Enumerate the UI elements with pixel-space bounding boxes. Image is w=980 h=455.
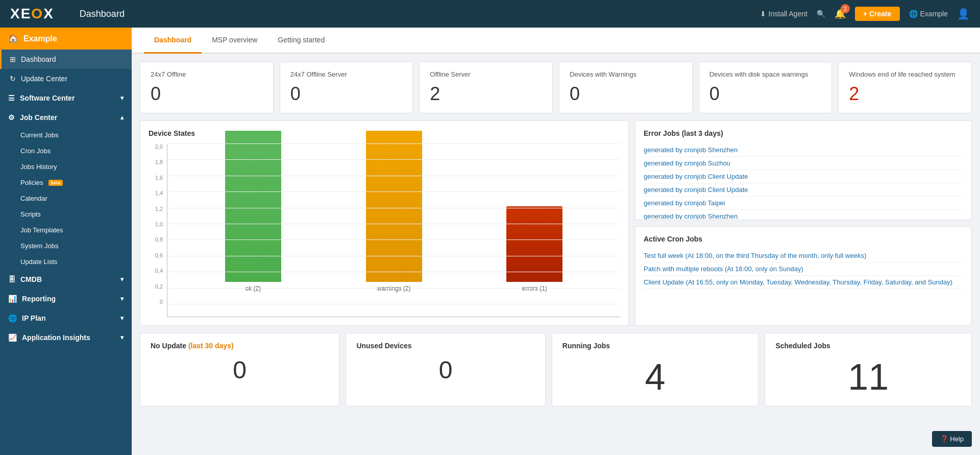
cron-item-1[interactable]: Test full week (At 18:00, on the third T…: [644, 249, 963, 262]
chart-area: 2,0 1,8 1,6 1,4 1,2 1,0 0,8 0,6 0,4 0,2 …: [149, 143, 620, 317]
active-cron-panel: Active Cron Jobs Test full week (At 18:0…: [635, 226, 972, 326]
stat-label-24x7-offline: 24x7 Offline: [151, 70, 263, 78]
bottom-left-cards: No Update (last 30 days) 0 Unused Device…: [140, 333, 546, 406]
unused-devices-label: Unused Devices: [356, 342, 534, 350]
sidebar-item-calendar[interactable]: Calendar: [0, 190, 132, 206]
download-icon: ⬇: [760, 10, 766, 18]
unused-devices-value: 0: [356, 356, 534, 384]
search-button[interactable]: 🔍: [817, 10, 825, 18]
tabs-bar: Dashboard MSP overview Getting started: [132, 28, 980, 54]
notification-count: 2: [841, 4, 850, 13]
cron-item-3[interactable]: Client Update (At 16:55, only on Monday,…: [644, 276, 963, 289]
no-update-card: No Update (last 30 days) 0: [140, 333, 339, 406]
stat-value-24x7-offline: 0: [151, 83, 263, 105]
right-panels: Error Jobs (last 3 days) generated by cr…: [635, 121, 972, 326]
beta-badge: beta: [48, 180, 63, 186]
unused-devices-card: Unused Devices 0: [346, 333, 545, 406]
sidebar-user[interactable]: 🏠 Example: [0, 28, 132, 50]
active-cron-title: Active Cron Jobs: [644, 235, 963, 243]
bar-col-errors: errors (1): [464, 206, 605, 292]
sidebar-item-scripts[interactable]: Scripts: [0, 206, 132, 222]
ip-icon: 🌐: [8, 314, 17, 322]
cron-item-2[interactable]: Patch with multiple reboots (At 16:00, o…: [644, 262, 963, 276]
page-title: Dashboard: [80, 9, 750, 19]
error-jobs-title: Error Jobs (last 3 days): [644, 129, 963, 137]
chevron-down-icon: ▾: [120, 94, 124, 102]
stat-label-devices-warnings: Devices with Warnings: [570, 70, 682, 78]
sidebar-item-job-templates[interactable]: Job Templates: [0, 222, 132, 238]
search-icon: 🔍: [817, 10, 825, 18]
bar-warnings: [366, 131, 422, 282]
refresh-icon: ↻: [10, 75, 16, 83]
error-job-item-3[interactable]: generated by cronjob Client Update: [644, 170, 963, 183]
tab-dashboard[interactable]: Dashboard: [144, 28, 202, 54]
error-job-item-4[interactable]: generated by cronjob Client Update: [644, 183, 963, 197]
chart-body: ok (2) warnings (2) erro: [167, 143, 620, 317]
cmdb-icon: 🗄: [8, 275, 15, 283]
bar-label-warnings: warnings (2): [377, 285, 410, 292]
y-axis: 2,0 1,8 1,6 1,4 1,2 1,0 0,8 0,6 0,4 0,2 …: [149, 143, 167, 317]
help-button[interactable]: ❓ Help: [932, 431, 972, 447]
insights-icon: 📈: [8, 333, 17, 342]
tab-msp[interactable]: MSP overview: [202, 28, 267, 54]
stat-label-24x7-server: 24x7 Offline Server: [290, 70, 403, 78]
error-jobs-panel: Error Jobs (last 3 days) generated by cr…: [635, 121, 972, 220]
cron-jobs-list: Test full week (At 18:00, on the third T…: [644, 249, 963, 289]
bars-container: ok (2) warnings (2) erro: [167, 143, 620, 292]
home-icon: 🏠: [8, 34, 18, 43]
sidebar-item-current-jobs[interactable]: Current Jobs: [0, 127, 132, 143]
sidebar-item-policies[interactable]: Policies beta: [0, 175, 132, 190]
sidebar-item-job-center[interactable]: ⚙ Job Center ▴: [0, 108, 132, 127]
stat-value-eol: 2: [849, 83, 961, 105]
bar-ok: [225, 131, 281, 282]
stat-offline-server: Offline Server 2: [419, 62, 553, 113]
error-jobs-list: generated by cronjob Shenzhen generated …: [644, 143, 963, 220]
user-avatar-button[interactable]: 👤: [957, 8, 970, 20]
stat-24x7-offline-server: 24x7 Offline Server 0: [280, 62, 413, 113]
create-button[interactable]: + Create: [855, 7, 900, 21]
bar-label-ok: ok (2): [245, 285, 261, 292]
sidebar-item-cmdb[interactable]: 🗄 CMDB ▾: [0, 270, 132, 289]
sidebar-item-update-lists[interactable]: Update Lists: [0, 254, 132, 270]
scheduled-jobs-value: 11: [775, 356, 961, 398]
error-job-item-5[interactable]: generated by cronjob Taipei: [644, 197, 963, 210]
tab-getting-started[interactable]: Getting started: [267, 28, 335, 54]
error-job-item-1[interactable]: generated by cronjob Shenzhen: [644, 143, 963, 157]
sidebar-item-app-insights[interactable]: 📈 Application Insights ▾: [0, 328, 132, 347]
device-states-panel: Device States 2,0 1,8 1,6 1,4 1,2 1,0 0,…: [140, 121, 629, 326]
bar-col-warnings: warnings (2): [324, 131, 464, 292]
globe-icon-btn[interactable]: 🌐 Example: [909, 10, 948, 18]
scheduled-jobs-label: Scheduled Jobs: [775, 342, 961, 350]
no-update-label: No Update (last 30 days): [151, 342, 329, 350]
notification-bell[interactable]: 🔔 2: [835, 8, 846, 19]
running-jobs-card: Running Jobs 4: [552, 333, 759, 406]
sidebar-item-cron-jobs[interactable]: Cron Jobs: [0, 143, 132, 159]
main-layout: 🏠 Example ⊞ Dashboard ↻ Update Center ☰ …: [0, 28, 980, 455]
stat-value-24x7-server: 0: [290, 83, 403, 105]
chevron-down-icon5: ▾: [120, 334, 124, 341]
sidebar-item-dashboard[interactable]: ⊞ Dashboard: [0, 50, 132, 69]
install-agent-button[interactable]: ⬇ Install Agent: [760, 10, 807, 18]
running-jobs-label: Running Jobs: [562, 342, 748, 350]
top-nav: XEOX Dashboard ⬇ Install Agent 🔍 🔔 2 + C…: [0, 0, 980, 28]
sidebar-item-system-jobs[interactable]: System Jobs: [0, 238, 132, 254]
stat-value-devices-warnings: 0: [570, 83, 682, 105]
nav-actions: ⬇ Install Agent 🔍 🔔 2 + Create 🌐 Example…: [760, 7, 970, 21]
sidebar-item-ip-plan[interactable]: 🌐 IP Plan ▾: [0, 308, 132, 328]
dashboard-content: 24x7 Offline 0 24x7 Offline Server 0 Off…: [132, 54, 980, 415]
stat-label-offline-server: Offline Server: [430, 70, 542, 78]
sidebar-item-jobs-history[interactable]: Jobs History: [0, 159, 132, 175]
scheduled-jobs-card: Scheduled Jobs 11: [765, 333, 972, 406]
sidebar-item-software-center[interactable]: ☰ Software Center ▾: [0, 88, 132, 108]
sidebar: 🏠 Example ⊞ Dashboard ↻ Update Center ☰ …: [0, 28, 132, 455]
error-job-item-6[interactable]: generated by cronjob Shenzhen: [644, 210, 963, 220]
stat-devices-warnings: Devices with Warnings 0: [559, 62, 693, 113]
stat-eol: Windows end of life reached system 2: [838, 62, 972, 113]
reporting-icon: 📊: [8, 295, 17, 303]
bottom-right-cards: Running Jobs 4 Scheduled Jobs 11: [552, 333, 972, 406]
sidebar-item-update-center[interactable]: ↻ Update Center: [0, 69, 132, 88]
stat-label-eol: Windows end of life reached system: [849, 70, 961, 78]
error-job-item-2[interactable]: generated by cronjob Suzhou: [644, 157, 963, 170]
stat-value-disk-space: 0: [709, 83, 822, 105]
sidebar-item-reporting[interactable]: 📊 Reporting ▾: [0, 289, 132, 308]
